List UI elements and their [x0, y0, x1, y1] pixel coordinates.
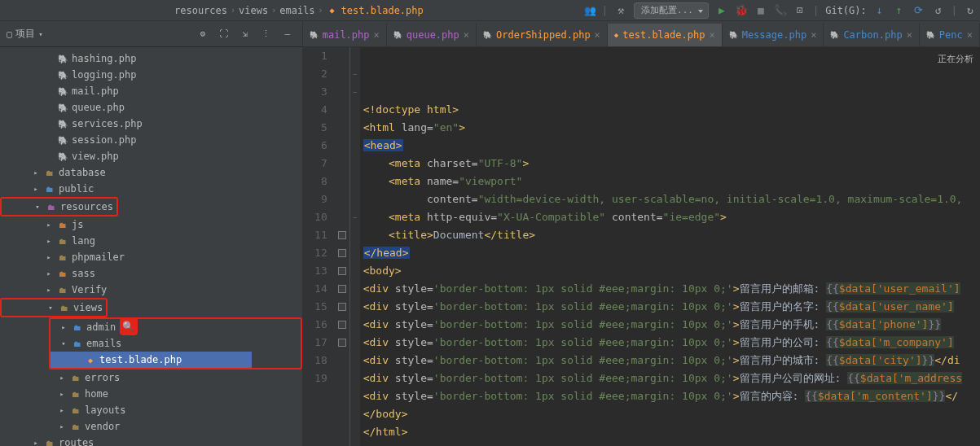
tree-item-database[interactable]: 🖿database: [0, 164, 302, 181]
tree-item-label: queue.php: [72, 102, 125, 113]
tab-test-blade-php[interactable]: ◆test.blade.php×: [608, 24, 723, 46]
git-push-icon[interactable]: ↑: [893, 4, 906, 17]
tab-label: mail.php: [323, 29, 370, 41]
tab-Penc[interactable]: 🐘Penc×: [920, 24, 980, 46]
folder-blue-icon: 🖿: [44, 183, 55, 195]
chevron-right-icon: [44, 221, 54, 229]
bc-item[interactable]: emails: [279, 5, 314, 16]
tree-item-label: views: [73, 302, 103, 313]
bookmark-icon[interactable]: [338, 321, 346, 329]
bookmark-icon[interactable]: [338, 267, 346, 275]
project-sidebar: ▢ 项目 ▾ ⚙ ⛶ ⇲ ⋮ — 🐘hashing.php🐘logging.ph…: [0, 21, 303, 446]
tree-item-session-php[interactable]: 🐘session.php: [0, 132, 302, 148]
tree-item-vendor[interactable]: 🖿vendor: [0, 418, 302, 435]
top-toolbar: resources› views› emails› ◆ test.blade.p…: [0, 0, 980, 21]
sync-icon[interactable]: ↻: [964, 4, 977, 17]
tree-item-services-php[interactable]: 🐘services.php: [0, 116, 302, 132]
sidebar-header: ▢ 项目 ▾ ⚙ ⛶ ⇲ ⋮ —: [0, 21, 302, 47]
bookmark-icon[interactable]: [338, 285, 346, 293]
tree-item-mail-php[interactable]: 🐘mail.php: [0, 83, 302, 99]
tree-item-label: home: [85, 388, 108, 400]
bookmark-icon[interactable]: [338, 339, 346, 347]
tree-item-test-blade-php[interactable]: ◆test.blade.php: [51, 352, 252, 368]
tree-item-home[interactable]: 🖿home: [0, 386, 302, 402]
minimize-icon[interactable]: —: [279, 26, 296, 42]
close-icon[interactable]: ×: [709, 29, 714, 41]
close-icon[interactable]: ×: [967, 29, 973, 41]
close-icon[interactable]: ×: [595, 29, 600, 41]
chevron-right-icon: [31, 439, 41, 446]
tree-item-views[interactable]: 🖿views: [2, 300, 103, 316]
php-icon: 🐘: [926, 31, 935, 39]
close-icon[interactable]: ×: [464, 29, 469, 41]
tree-item-sass[interactable]: 🖿sass: [0, 265, 302, 282]
close-icon[interactable]: ×: [907, 29, 912, 41]
tree-item-routes[interactable]: 🖿routes: [0, 435, 302, 446]
close-icon[interactable]: ×: [811, 29, 816, 41]
collapse-icon[interactable]: ⇲: [237, 26, 253, 42]
phone-icon[interactable]: 📞: [774, 4, 787, 17]
tree-item-queue-php[interactable]: 🐘queue.php: [0, 99, 302, 116]
code-text[interactable]: 正在分析 <!doctype html><html lang="en"><hea…: [360, 47, 980, 446]
tree-item-label: session.php: [72, 134, 136, 146]
tab-Message-php[interactable]: 🐘Message.php×: [723, 24, 824, 46]
expand-icon[interactable]: ⛶: [216, 26, 232, 42]
tree-item-errors[interactable]: 🖿errors: [0, 369, 302, 386]
project-selector[interactable]: ▢ 项目 ▾: [7, 27, 190, 41]
code-editor[interactable]: 12345678910111213141516171819 −−− 正在分析 <…: [303, 47, 980, 446]
breadcrumb: resources› views› emails› ◆ test.blade.p…: [3, 5, 424, 16]
folder-orange-icon: 🖿: [57, 268, 68, 279]
bc-item-active[interactable]: test.blade.php: [341, 5, 424, 16]
chevron-right-icon: [31, 168, 41, 177]
tab-mail-php[interactable]: 🐘mail.php×: [303, 24, 387, 46]
revert-icon[interactable]: ↺: [932, 4, 945, 17]
tree-item-Verify[interactable]: 🖿Verify: [0, 282, 302, 298]
git-pull-icon[interactable]: ↓: [873, 4, 886, 17]
stop-icon[interactable]: ■: [754, 4, 767, 17]
chevron-down-icon: [46, 304, 55, 312]
editor-tabs: 🐘mail.php×🐘queue.php×🐘OrderShipped.php×◆…: [303, 21, 980, 47]
php-icon: 🐘: [57, 85, 68, 97]
tree-item-label: routes: [59, 437, 94, 446]
tree-item-admin[interactable]: 🖿admin🔍: [51, 319, 252, 335]
tree-item-lang[interactable]: 🖿lang: [0, 233, 302, 249]
fold-column[interactable]: −−−: [350, 47, 360, 446]
bookmark-icon[interactable]: [338, 303, 346, 311]
tab-label: Penc: [939, 29, 963, 41]
tree-item-view-php[interactable]: 🐘view.php: [0, 148, 302, 164]
bookmark-icon[interactable]: [338, 231, 346, 239]
tab-Carbon-php[interactable]: 🐘Carbon.php×: [824, 24, 919, 46]
bookmark-icon[interactable]: [338, 249, 346, 257]
bc-item[interactable]: views: [239, 5, 268, 16]
search-icon[interactable]: 🔍: [120, 317, 138, 335]
blade-icon: ◆: [327, 5, 338, 16]
hammer-icon[interactable]: ⚒: [614, 4, 627, 17]
git-history-icon[interactable]: ⟳: [912, 4, 925, 17]
tree-item-logging-php[interactable]: 🐘logging.php: [0, 67, 302, 83]
tab-label: OrderShipped.php: [496, 29, 591, 41]
tree-item-public[interactable]: 🖿public: [0, 181, 302, 197]
tree-item-js[interactable]: 🖿js: [0, 216, 302, 233]
tree-item-layouts[interactable]: 🖿layouts: [0, 402, 302, 418]
run-config-dropdown[interactable]: 添加配置...: [634, 2, 709, 19]
tab-label: Carbon.php: [843, 29, 902, 41]
search-icon[interactable]: ⊡: [793, 4, 806, 17]
users-icon[interactable]: 👥: [584, 5, 595, 16]
tab-label: queue.php: [407, 29, 459, 41]
tree-item-phpmailer[interactable]: 🖿phpmailer: [0, 249, 302, 265]
debug-icon[interactable]: 🐞: [735, 4, 748, 17]
close-icon[interactable]: ×: [374, 29, 380, 41]
php-icon: 🐘: [483, 31, 492, 39]
bc-item[interactable]: resources: [174, 5, 227, 16]
run-icon[interactable]: ▶: [715, 4, 728, 17]
tab-OrderShipped-php[interactable]: 🐘OrderShipped.php×: [477, 24, 608, 46]
folder-icon: 🖿: [57, 251, 68, 263]
gear-icon[interactable]: ⚙: [195, 26, 211, 42]
tree-item-resources[interactable]: 🖿resources: [2, 199, 113, 215]
tab-queue-php[interactable]: 🐘queue.php×: [387, 24, 477, 46]
tree-item-hashing-php[interactable]: 🐘hashing.php: [0, 50, 302, 67]
tree-item-label: database: [59, 167, 106, 178]
more-icon[interactable]: ⋮: [258, 26, 275, 42]
tree-item-emails[interactable]: 🖿emails: [51, 335, 252, 352]
folder-icon: 🖿: [44, 167, 55, 178]
